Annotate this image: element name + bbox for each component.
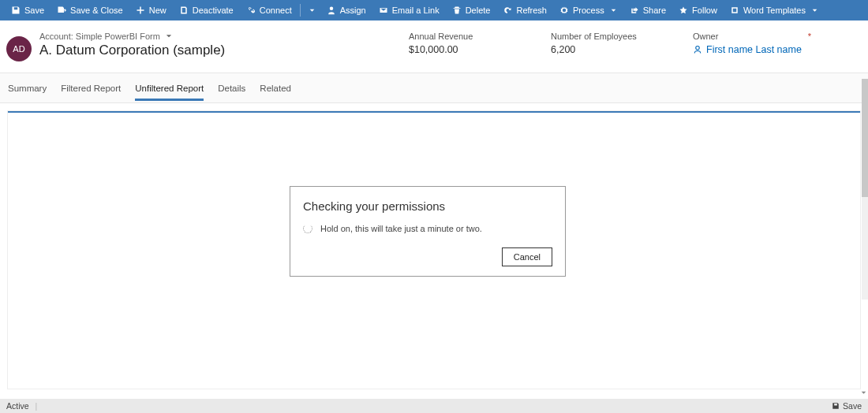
separator [300,4,301,17]
tab-details[interactable]: Details [218,76,245,101]
owner-name: First name Last name [706,44,802,55]
field-annual-revenue: Annual Revenue $10,000.00 [409,32,503,55]
save-close-button[interactable]: Save & Close [51,0,129,20]
refresh-button[interactable]: Refresh [496,0,553,20]
avatar-initials: AD [13,44,24,54]
num-employees-value: 6,200 [551,44,645,55]
field-num-employees: Number of Employees 6,200 [551,32,645,55]
process-label: Process [573,6,604,15]
delete-label: Delete [466,6,491,15]
deactivate-button[interactable]: Deactivate [173,0,240,20]
num-employees-label: Number of Employees [551,32,645,41]
tab-filtered-report[interactable]: Filtered Report [61,76,121,101]
spinner-icon [303,224,312,233]
refresh-icon [503,6,512,15]
scroll-down-button[interactable] [859,388,868,397]
chevron-down-icon [309,7,316,14]
tab-summary[interactable]: Summary [8,76,47,101]
status-save-button[interactable]: Save [832,401,862,411]
chevron-down-icon [610,7,617,14]
save-icon [832,402,840,410]
record-header: AD Account: Simple PowerBI Form A. Datum… [0,20,868,73]
process-button[interactable]: Process [553,0,623,20]
gear-icon [559,6,569,15]
connect-dropdown[interactable] [302,0,320,20]
status-text: Active [6,401,29,411]
save-icon [11,6,21,15]
tab-related[interactable]: Related [260,76,291,101]
email-link-label: Email a Link [392,6,440,15]
required-indicator: * [808,32,811,41]
chevron-down-icon [165,32,173,40]
connect-icon [246,6,256,15]
dialog-title: Checking your permissions [303,199,552,213]
connect-label: Connect [260,6,292,15]
save-close-label: Save & Close [70,6,123,15]
assign-icon [327,6,336,15]
status-save-label: Save [843,401,862,411]
account-type-line[interactable]: Account: Simple PowerBI Form [39,32,225,41]
account-type-label: Account: Simple PowerBI Form [39,32,160,41]
email-link-button[interactable]: Email a Link [372,0,446,20]
separator: | [36,401,38,411]
annual-revenue-label: Annual Revenue [409,32,503,41]
header-main: Account: Simple PowerBI Form A. Datum Co… [39,32,225,58]
field-owner: Owner * First name Last name [693,32,811,55]
tab-unfiltered-report[interactable]: Unfiltered Report [135,76,204,101]
new-button[interactable]: New [129,0,173,20]
owner-value[interactable]: First name Last name [693,44,811,55]
save-close-icon [57,6,66,15]
refresh-label: Refresh [516,6,547,15]
save-label: Save [24,6,44,15]
save-button[interactable]: Save [5,0,51,20]
chevron-down-icon [860,389,867,396]
svg-point-0 [696,47,700,50]
share-button[interactable]: Share [623,0,672,20]
person-icon [693,45,702,54]
permissions-dialog: Checking your permissions Hold on, this … [290,186,566,277]
avatar: AD [6,36,32,61]
word-icon [730,6,739,15]
mail-icon [379,6,388,15]
trash-icon [452,6,462,15]
chevron-down-icon [811,7,818,14]
new-label: New [149,6,166,15]
connect-button[interactable]: Connect [240,0,298,20]
deactivate-label: Deactivate [193,6,234,15]
star-icon [679,6,688,15]
word-templates-label: Word Templates [743,6,806,15]
share-icon [630,6,639,15]
share-label: Share [643,6,666,15]
tab-strip: Summary Filtered Report Unfiltered Repor… [0,73,868,103]
record-name: A. Datum Corporation (sample) [39,43,225,58]
scrollbar-thumb[interactable] [862,79,868,197]
word-templates-button[interactable]: Word Templates [724,0,825,20]
annual-revenue-value: $10,000.00 [409,44,503,55]
assign-label: Assign [340,6,366,15]
cancel-button[interactable]: Cancel [502,247,552,266]
deactivate-icon [179,6,189,15]
delete-button[interactable]: Delete [446,0,497,20]
status-bar: Active | Save [0,399,868,413]
follow-button[interactable]: Follow [672,0,724,20]
assign-button[interactable]: Assign [320,0,372,20]
plus-icon [136,6,145,15]
dialog-body-text: Hold on, this will take just a minute or… [320,224,482,233]
scrollbar-vertical[interactable] [862,79,868,300]
command-bar: Save Save & Close New Deactivate Connect… [0,0,868,20]
follow-label: Follow [692,6,717,15]
owner-label: Owner [693,32,718,41]
